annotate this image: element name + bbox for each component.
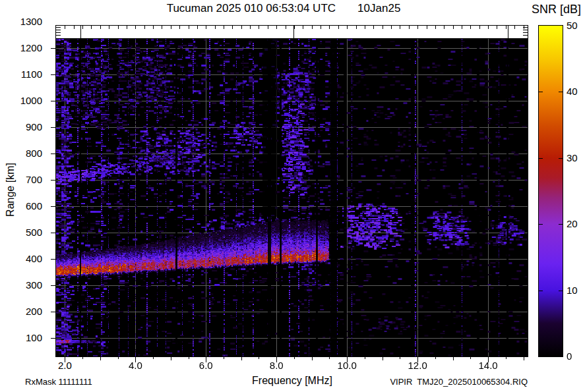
x-axis-tick: [417, 357, 418, 362]
x-axis-tick: [171, 357, 171, 360]
colorbar-tick: [559, 158, 563, 159]
x-axis-tick: [435, 357, 436, 359]
x-axis-tick: [206, 357, 206, 362]
y-axis-tick: [51, 48, 56, 49]
colorbar-tick: [539, 291, 543, 291]
y-axis-tick-label: 100: [0, 332, 42, 344]
x-axis-tick: [189, 357, 189, 359]
y-axis-tick: [51, 206, 56, 207]
x-axis-tick: [470, 357, 471, 359]
y-axis-tick-label: 600: [0, 200, 42, 212]
y-axis-tick-label: 1200: [0, 42, 42, 54]
y-axis-tick-label: 400: [0, 253, 42, 265]
y-axis-tick-label: 1300: [0, 16, 42, 28]
colorbar-tick: [559, 92, 563, 92]
colorbar-tick: [539, 224, 543, 225]
x-axis-title: Frequency [MHz]: [252, 375, 332, 387]
y-axis-tick: [51, 312, 56, 312]
x-axis-tick: [329, 357, 330, 359]
colorbar-title: SNR [dB]: [532, 3, 581, 16]
colorbar-tick: [539, 92, 543, 92]
colorbar-tick-label: 50: [567, 20, 578, 32]
colorbar-tick: [559, 224, 563, 225]
y-axis-tick-label: 300: [0, 279, 42, 291]
x-axis-tick: [153, 357, 154, 359]
x-axis-tick: [312, 357, 313, 360]
y-axis-tick-label: 1100: [0, 69, 42, 80]
x-axis-tick: [383, 357, 383, 360]
x-axis-tick: [294, 357, 295, 359]
colorbar-tick-label: 20: [567, 218, 578, 230]
x-axis-tick: [100, 357, 101, 360]
x-axis-tick: [524, 357, 524, 360]
colorbar-tick-label: 0: [567, 350, 572, 362]
x-axis-tick: [400, 357, 400, 359]
x-axis-tick: [65, 357, 65, 362]
y-axis-tick: [51, 338, 56, 339]
y-axis-tick-label: 900: [0, 121, 42, 133]
y-axis-tick: [51, 74, 56, 75]
y-axis-tick-label: 200: [0, 306, 42, 318]
ionogram-viewer: Tucuman 2025 010 06:53:04 UTC 10Jan25 SN…: [0, 0, 583, 392]
rxmask-label: RxMask 11111111: [25, 377, 92, 387]
y-axis-tick-label: 700: [0, 174, 42, 186]
x-axis-tick: [347, 357, 348, 362]
y-axis-tick-label: 500: [0, 227, 42, 238]
x-axis-tick: [135, 357, 136, 362]
y-axis-tick-label: 1000: [0, 95, 42, 107]
x-axis-tick: [259, 357, 259, 359]
y-axis-tick: [51, 180, 56, 181]
filename-label: VIPIR TMJ20_2025010065304.RIQ: [390, 377, 528, 387]
colorbar-tick-label: 40: [567, 86, 578, 98]
y-axis-tick: [51, 154, 56, 154]
y-axis-tick: [51, 285, 56, 286]
colorbar-tick: [539, 158, 543, 159]
x-axis-tick: [241, 357, 242, 360]
y-axis-tick: [51, 127, 56, 128]
y-axis-tick: [51, 233, 56, 233]
x-axis-tick: [506, 357, 506, 359]
x-axis-tick: [118, 357, 119, 359]
colorbar-tick: [559, 291, 563, 291]
ionogram-canvas: [56, 26, 528, 356]
page-title: Tucuman 2025 010 06:53:04 UTC 10Jan25: [167, 2, 401, 15]
colorbar-tick-label: 10: [567, 285, 578, 296]
y-axis-tick: [51, 259, 56, 260]
x-axis-tick: [82, 357, 83, 359]
y-axis-tick: [51, 101, 56, 101]
colorbar-tick-label: 30: [567, 152, 578, 164]
x-axis-tick: [488, 357, 489, 362]
x-axis-tick: [276, 357, 277, 362]
ionogram-plot-frame: [55, 25, 528, 357]
x-axis-tick: [224, 357, 224, 359]
y-axis-tick-label: 800: [0, 148, 42, 159]
x-axis-tick: [365, 357, 365, 359]
x-axis-tick: [453, 357, 454, 360]
snr-colorbar: [538, 25, 563, 357]
